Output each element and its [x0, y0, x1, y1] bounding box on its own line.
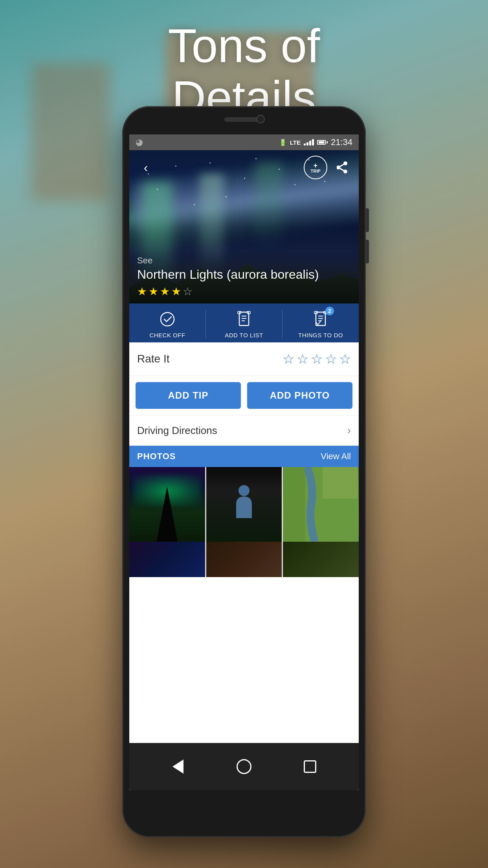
- signal-bar-3: [309, 141, 311, 145]
- rate-it-label: Rate It: [137, 353, 283, 365]
- status-time: 21:34: [331, 137, 352, 147]
- phone-vol-down-button[interactable]: [366, 240, 369, 263]
- android-icon: ◕: [136, 137, 143, 147]
- add-to-trip-button[interactable]: + TRIP: [304, 156, 327, 179]
- bottom-navigation: [129, 743, 359, 790]
- phone-camera: [256, 115, 265, 123]
- nav-home-button[interactable]: [234, 757, 254, 776]
- rate-star-5[interactable]: ☆: [339, 351, 351, 367]
- star-2: ★: [149, 285, 158, 298]
- signal-bar-1: [304, 143, 306, 145]
- nav-back-button[interactable]: [168, 757, 188, 776]
- photos-section-header: PHOTOS View All: [129, 446, 359, 467]
- battery-fill: [319, 141, 324, 143]
- photo-thumb-2[interactable]: [206, 467, 282, 542]
- share-button[interactable]: [334, 159, 351, 176]
- rate-stars[interactable]: ☆ ☆ ☆ ☆ ☆: [283, 351, 351, 367]
- status-bar: ◕ 🔋 LTE 21:34: [129, 134, 359, 150]
- phone-screen: ◕ 🔋 LTE 21:34: [129, 134, 359, 790]
- add-photo-button[interactable]: ADD PHOTO: [247, 382, 352, 409]
- add-to-list-action[interactable]: ADD TO LIST: [206, 310, 283, 338]
- header-line1: Tons of: [168, 19, 320, 72]
- action-buttons-row: ADD TIP ADD PHOTO: [129, 376, 359, 416]
- svg-rect-15: [323, 467, 358, 498]
- trip-label: TRIP: [310, 169, 320, 173]
- things-to-do-action[interactable]: 2 THINGS TO DO: [283, 310, 359, 338]
- status-icons: 🔋 LTE 21:34: [279, 137, 352, 147]
- photo-thumb-5[interactable]: [206, 542, 282, 577]
- svg-rect-16: [284, 467, 305, 542]
- phone-device: ◕ 🔋 LTE 21:34: [122, 106, 366, 837]
- star-3: ★: [160, 285, 170, 298]
- add-tip-button[interactable]: ADD TIP: [136, 382, 241, 409]
- chevron-right-icon: ›: [347, 424, 351, 437]
- hero-category: See: [137, 256, 351, 266]
- recents-square-icon: [304, 760, 316, 773]
- things-to-do-label: THINGS TO DO: [298, 332, 343, 338]
- hero-rating-stars: ★ ★ ★ ★ ☆: [137, 285, 351, 298]
- view-all-photos-link[interactable]: View All: [321, 451, 351, 462]
- phone-vol-up-button[interactable]: [366, 208, 369, 232]
- rate-star-4[interactable]: ☆: [325, 351, 337, 367]
- back-triangle-icon: [172, 760, 183, 774]
- battery-body: [317, 140, 326, 145]
- star-5-empty: ☆: [183, 285, 193, 298]
- hero-title: Northern Lights (aurora borealis): [137, 267, 351, 282]
- svg-point-0: [161, 313, 174, 326]
- driving-directions-row[interactable]: Driving Directions ›: [129, 416, 359, 446]
- rate-it-section: Rate It ☆ ☆ ☆ ☆ ☆: [129, 342, 359, 376]
- photo-thumb-3[interactable]: [283, 467, 359, 542]
- battery-icon: [317, 140, 328, 145]
- add-to-list-label: ADD TO LIST: [225, 332, 263, 338]
- photos-section-title: PHOTOS: [137, 451, 176, 462]
- back-button[interactable]: ‹: [137, 159, 154, 176]
- trip-plus-icon: +: [314, 162, 318, 169]
- vibrate-icon: 🔋: [279, 139, 287, 146]
- add-to-list-icon: [235, 310, 253, 329]
- hero-content: See Northern Lights (aurora borealis) ★ …: [129, 249, 359, 303]
- rate-star-1[interactable]: ☆: [283, 351, 294, 367]
- photos-grid-row1: [129, 467, 359, 542]
- action-bar: CHECK OFF ADD TO LIST: [129, 303, 359, 342]
- signal-bar-2: [306, 142, 308, 145]
- rate-star-2[interactable]: ☆: [297, 351, 308, 367]
- signal-bar-4: [312, 139, 314, 145]
- star-1: ★: [137, 285, 147, 298]
- battery-tip: [327, 141, 328, 143]
- check-off-label: CHECK OFF: [149, 332, 185, 338]
- check-off-action[interactable]: CHECK OFF: [129, 310, 206, 338]
- photo-thumb-1[interactable]: [129, 467, 205, 542]
- things-to-do-icon: 2: [311, 310, 330, 329]
- driving-directions-label: Driving Directions: [137, 425, 347, 437]
- network-lte: LTE: [290, 139, 301, 146]
- svg-point-13: [238, 485, 250, 496]
- check-off-icon: [158, 310, 177, 329]
- hero-image: ‹ + TRIP See Northern Lights (auror: [129, 150, 359, 303]
- photo-thumb-6[interactable]: [283, 542, 359, 577]
- hero-action-buttons: + TRIP: [304, 156, 351, 179]
- signal-bars: [304, 139, 314, 145]
- things-to-do-badge: 2: [325, 307, 334, 315]
- hero-top-bar: ‹ + TRIP: [129, 150, 359, 185]
- nav-recents-button[interactable]: [300, 757, 320, 776]
- home-circle-icon: [237, 759, 251, 774]
- rate-star-3[interactable]: ☆: [311, 351, 323, 367]
- star-4-half: ★: [171, 285, 181, 298]
- photo-thumb-4[interactable]: [129, 542, 205, 577]
- photos-grid-row2: [129, 542, 359, 577]
